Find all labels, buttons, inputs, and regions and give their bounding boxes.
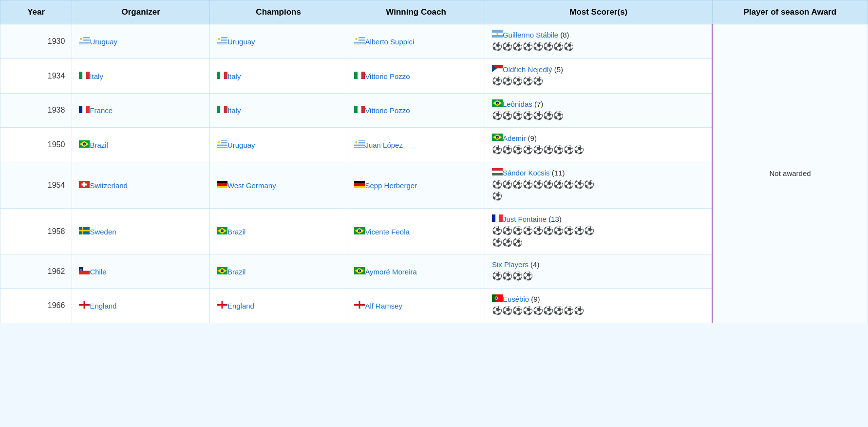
scorer-link[interactable]: Ademir: [503, 134, 526, 142]
champions-link[interactable]: Brazil: [227, 228, 246, 236]
cell-champions: ☀ Uruguay: [209, 128, 347, 162]
organizer-link[interactable]: Switzerland: [90, 181, 128, 190]
organizer-link[interactable]: Uruguay: [90, 38, 117, 46]
col-header-organizer: Organizer: [72, 0, 210, 24]
svg-text:★★★: ★★★: [494, 102, 500, 104]
svg-rect-100: [492, 168, 503, 171]
coach-link[interactable]: Sepp Herberger: [365, 181, 417, 190]
organizer-link[interactable]: Sweden: [90, 228, 116, 236]
scorer-link[interactable]: Eusébio: [503, 295, 529, 303]
cell-organizer: ★ Chile: [72, 254, 210, 289]
scorer-balls: ⚽⚽⚽⚽⚽⚽⚽: [492, 110, 705, 122]
coach-link[interactable]: Alberto Suppici: [365, 38, 414, 46]
coach-link[interactable]: Alf Ramsey: [365, 302, 402, 310]
champions-link[interactable]: Brazil: [227, 268, 246, 276]
organizer-link[interactable]: Italy: [90, 72, 103, 80]
svg-rect-18: [217, 42, 227, 43]
scorer-count: (13): [548, 215, 562, 223]
svg-rect-54: [220, 106, 224, 113]
cell-coach: Vittorio Pozzo: [347, 93, 485, 128]
champions-link[interactable]: Uruguay: [227, 38, 255, 46]
coach-link[interactable]: Vittorio Pozzo: [365, 72, 410, 80]
col-header-award: Player of season Award: [712, 0, 868, 24]
cell-organizer: ☀ Uruguay: [72, 24, 210, 59]
svg-rect-34: [492, 30, 503, 33]
cell-organizer: England: [72, 289, 210, 323]
coach-link[interactable]: Juan López: [365, 141, 403, 149]
table-row: 1930 ☀ Uruguay ☀ Uruguay: [0, 24, 868, 59]
svg-rect-41: [217, 72, 220, 79]
cell-organizer: ★★★ Brazil: [72, 128, 210, 162]
svg-rect-51: [83, 106, 86, 113]
champions-link[interactable]: West Germany: [227, 181, 276, 190]
svg-rect-53: [217, 106, 220, 113]
svg-rect-57: [358, 106, 361, 113]
svg-text:☀: ☀: [218, 141, 220, 143]
scorer-link[interactable]: Oldřich Nejedlý: [503, 65, 552, 74]
cell-scorer: ★★★ Leônidas (7)⚽⚽⚽⚽⚽⚽⚽: [485, 93, 712, 128]
cell-year: 1954: [0, 162, 72, 209]
cell-champions: ☀ Uruguay: [209, 24, 347, 59]
col-header-scorer: Most Scorer(s): [485, 0, 712, 24]
scorer-balls: ⚽⚽⚽⚽⚽⚽⚽⚽⚽⚽⚽⚽⚽: [492, 225, 705, 249]
col-header-year: Year: [0, 0, 72, 24]
cell-champions: Italy: [209, 93, 347, 128]
scorer-count: (7): [534, 100, 543, 108]
svg-rect-44: [354, 72, 358, 79]
cell-champions: ★★★ Brazil: [209, 208, 347, 254]
cell-champions: West Germany: [209, 162, 347, 209]
scorer-link[interactable]: Guillermo Stábile: [503, 31, 558, 39]
scorer-link[interactable]: Sándor Kocsis: [503, 169, 550, 177]
cell-year: 1950: [0, 128, 72, 162]
svg-rect-134: [217, 304, 227, 306]
svg-rect-39: [83, 72, 86, 79]
organizer-link[interactable]: France: [90, 106, 113, 115]
scorer-link[interactable]: Just Fontaine: [503, 215, 547, 223]
svg-text:★★★: ★★★: [357, 270, 362, 272]
svg-rect-101: [492, 171, 503, 173]
svg-rect-50: [79, 106, 82, 113]
organizer-link[interactable]: Brazil: [90, 141, 108, 149]
page-wrapper: ⚽ Year Organizer Champions Winning Coach…: [0, 0, 868, 427]
cell-coach: Sepp Herberger: [347, 162, 485, 209]
scorer-balls: ⚽⚽⚽⚽: [492, 271, 705, 282]
svg-rect-93: [82, 183, 87, 185]
scorer-balls: ⚽⚽⚽⚽⚽⚽⚽⚽⚽: [492, 305, 705, 317]
scorer-link[interactable]: Leônidas: [503, 100, 532, 108]
cell-champions: ★★★ Brazil: [209, 254, 347, 289]
champions-link[interactable]: England: [227, 302, 254, 310]
coach-link[interactable]: Vicente Feola: [365, 228, 409, 236]
scorer-count: (9): [528, 134, 537, 142]
svg-point-37: [496, 33, 498, 35]
col-header-coach: Winning Coach: [347, 0, 485, 24]
svg-rect-36: [492, 35, 503, 38]
champions-link[interactable]: Uruguay: [227, 141, 255, 149]
cell-organizer: Sweden: [72, 208, 210, 254]
organizer-link[interactable]: Chile: [90, 268, 106, 276]
svg-text:☀: ☀: [356, 38, 357, 40]
cell-scorer: Oldřich Nejedlý (5)⚽⚽⚽⚽⚽: [485, 58, 712, 93]
coach-link[interactable]: Aymoré Moreira: [365, 268, 416, 276]
svg-rect-45: [358, 72, 361, 79]
cell-scorer: Six Players (4)⚽⚽⚽⚽: [485, 254, 712, 289]
cell-organizer: France: [72, 93, 210, 128]
cell-year: 1938: [0, 93, 72, 128]
svg-rect-9: [79, 43, 90, 44]
cell-scorer: Just Fontaine (13)⚽⚽⚽⚽⚽⚽⚽⚽⚽⚽⚽⚽⚽: [485, 208, 712, 254]
champions-link[interactable]: Italy: [227, 106, 241, 115]
coach-link[interactable]: Vittorio Pozzo: [365, 106, 410, 115]
svg-rect-56: [354, 106, 358, 113]
organizer-link[interactable]: England: [90, 302, 116, 310]
scorer-count: (9): [531, 295, 540, 303]
cell-champions: Italy: [209, 58, 347, 93]
svg-rect-98: [354, 183, 365, 186]
svg-text:☀: ☀: [356, 141, 357, 143]
svg-text:☀: ☀: [218, 38, 220, 40]
svg-rect-115: [495, 214, 499, 222]
champions-link[interactable]: Italy: [227, 72, 241, 80]
header-row: Year Organizer Champions Winning Coach M…: [0, 0, 868, 24]
svg-rect-55: [224, 106, 227, 113]
svg-rect-99: [354, 186, 365, 188]
not-awarded-label: Not awarded: [770, 169, 811, 177]
svg-rect-42: [220, 72, 224, 79]
